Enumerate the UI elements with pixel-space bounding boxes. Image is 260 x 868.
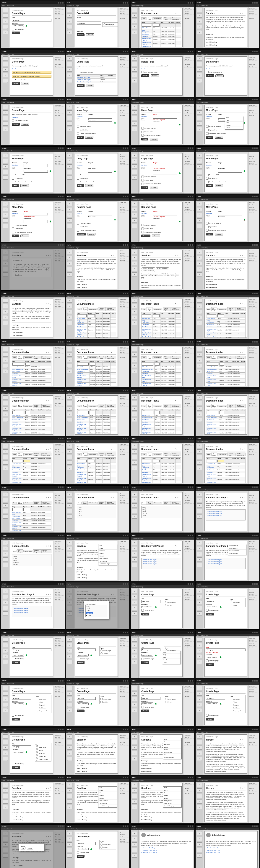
create-button[interactable]: Create: [206, 613, 214, 616]
sidebar-item[interactable]: B: [67, 159, 73, 163]
right-item[interactable]: Item Four: [120, 405, 129, 407]
right-item[interactable]: Item Two: [249, 497, 258, 499]
filter-input[interactable]: [153, 24, 160, 27]
right-item[interactable]: Item Two: [120, 739, 129, 741]
tab[interactable]: Deleted Attachments: [41, 404, 52, 408]
tab[interactable]: Tree: [77, 453, 82, 456]
right-item[interactable]: Item Four: [120, 163, 129, 164]
source-link[interactable]: Sandbox: [77, 164, 84, 166]
window-control[interactable]: [127, 632, 128, 633]
right-item[interactable]: Item Three: [120, 742, 129, 743]
right-item[interactable]: Item One: [249, 10, 258, 12]
col-header[interactable]: Space: [88, 458, 96, 459]
tab[interactable]: Attachments: [88, 453, 97, 456]
sidebar-item[interactable]: E: [3, 395, 8, 400]
title-input[interactable]: [12, 697, 31, 700]
right-item[interactable]: Item Four: [184, 356, 194, 358]
sidebar-item[interactable]: W: [3, 67, 8, 72]
template-option[interactable]: Blank page: [165, 698, 180, 700]
sidebar-item[interactable]: W: [197, 310, 202, 314]
preserve-check[interactable]: Preserve children: [206, 222, 246, 224]
window-control[interactable]: [252, 583, 254, 585]
sidebar-item[interactable]: A: [67, 660, 73, 664]
tab[interactable]: All Pages: [147, 453, 152, 456]
sidebar-item[interactable]: B: [67, 207, 73, 211]
template-option[interactable]: Blog post: [230, 704, 244, 706]
sidebar-item[interactable]: E: [197, 56, 202, 61]
tab[interactable]: Attachments: [218, 308, 227, 310]
window-control[interactable]: [60, 99, 61, 100]
sidebar-item[interactable]: E: [132, 250, 137, 254]
sidebar-item[interactable]: B: [132, 304, 137, 308]
table-cell[interactable]: Sandbox Test Page 2: [142, 427, 154, 431]
location-badge[interactable]: Home / Sandbox: [12, 751, 24, 753]
sidebar-item[interactable]: B: [132, 691, 137, 695]
window-control[interactable]: [190, 99, 191, 100]
tab[interactable]: All Pages: [211, 453, 217, 456]
sidebar-item[interactable]: B: [197, 740, 202, 744]
right-item[interactable]: Item One: [184, 59, 194, 61]
right-item[interactable]: Quick Links: [249, 735, 258, 736]
sidebar-item[interactable]: A: [67, 563, 73, 567]
sidebar-item[interactable]: W: [67, 358, 73, 362]
right-item[interactable]: Item One: [120, 737, 129, 739]
right-item[interactable]: Quick Links: [120, 56, 129, 58]
window-control[interactable]: [125, 148, 126, 149]
right-item[interactable]: Quick Links: [249, 56, 258, 58]
filter-input[interactable]: [12, 460, 22, 462]
tab[interactable]: Attachments: [88, 502, 97, 504]
table-cell[interactable]: Dashboard: [77, 370, 90, 373]
child-link[interactable]: • Sandbox Test Page 3: [13, 611, 51, 613]
right-item[interactable]: Quick Links: [184, 56, 194, 58]
right-item[interactable]: Quick Links: [249, 202, 258, 204]
right-item[interactable]: Quick Links: [55, 347, 64, 349]
more-icon[interactable]: ⋮: [50, 255, 52, 256]
tab[interactable]: Deleted Attachments: [235, 307, 245, 311]
cancel-button[interactable]: Cancel: [215, 233, 223, 236]
sidebar-item[interactable]: B: [3, 450, 8, 454]
table-cell[interactable]: Sandbox Test Page 3: [142, 45, 152, 47]
right-item[interactable]: Item Two: [55, 255, 64, 257]
more-icon[interactable]: ⋮: [244, 303, 245, 305]
window-control[interactable]: [60, 535, 61, 536]
col-header[interactable]: Page: [206, 458, 217, 459]
newname-input[interactable]: [218, 170, 242, 173]
right-item[interactable]: Item Three: [55, 112, 64, 114]
sidebar-item[interactable]: A: [67, 25, 73, 29]
right-item[interactable]: Quick Links: [55, 638, 64, 639]
sidebar-item[interactable]: B: [3, 643, 8, 647]
window-control[interactable]: [190, 293, 191, 294]
right-item[interactable]: Item Four: [55, 356, 64, 358]
title-input[interactable]: [206, 649, 246, 651]
sidebar-item[interactable]: E: [197, 783, 202, 787]
menu-item[interactable]: Export: [98, 555, 117, 557]
right-item[interactable]: Item Four: [120, 260, 129, 261]
table-cell[interactable]: Sandbox Test Page 1: [77, 473, 88, 477]
terminal-check[interactable]: Terminal page: [12, 763, 52, 765]
right-item[interactable]: Quick Links: [249, 250, 258, 252]
sidebar-item[interactable]: B: [197, 546, 202, 550]
col-header[interactable]: Space: [90, 409, 96, 411]
table-cell[interactable]: Sandbox Test Page 3: [142, 336, 152, 338]
window-control[interactable]: [254, 293, 256, 294]
window-control[interactable]: [252, 826, 254, 827]
tag[interactable]: Sandbox Test Page 2: [155, 268, 169, 270]
edit-icon[interactable]: ✎: [175, 545, 177, 547]
target-input[interactable]: [24, 213, 48, 215]
window-control[interactable]: [62, 632, 63, 633]
tab[interactable]: Deleted Attachments: [171, 501, 181, 504]
right-item[interactable]: Item Three: [55, 838, 64, 840]
table-cell[interactable]: Sandbox Test Page 2: [142, 332, 152, 336]
sidebar-item[interactable]: B: [3, 788, 8, 793]
edit-icon[interactable]: ✎: [111, 400, 112, 402]
right-item[interactable]: Item One: [120, 688, 129, 690]
sidebar-item[interactable]: W: [67, 649, 73, 653]
col-header[interactable]: Last Author: [103, 361, 111, 363]
window-control[interactable]: [60, 728, 61, 730]
sidebar-item[interactable]: W: [67, 67, 73, 72]
tab[interactable]: Deleted Pages: [163, 17, 171, 20]
tab[interactable]: All Pages: [82, 453, 88, 456]
actions-menu[interactable]: EditCopyRenameDeleteExportPrint previewV…: [98, 786, 117, 807]
template-option[interactable]: Dashboard: [36, 755, 51, 757]
window-control[interactable]: [252, 341, 254, 343]
